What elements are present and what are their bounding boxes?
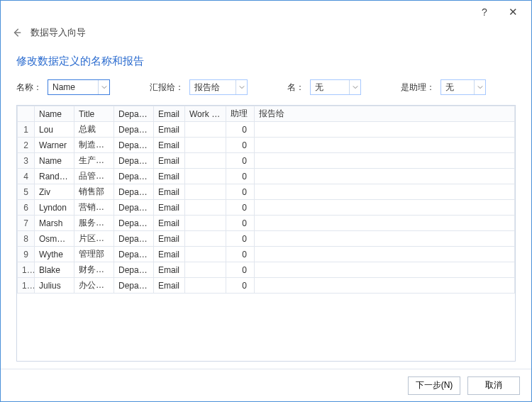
cell-email: Email xyxy=(154,278,185,294)
first-name-combo-value: 无 xyxy=(311,82,349,94)
table-row[interactable]: 5Ziv销售部Depart...Email0 xyxy=(18,184,515,200)
cell-assistant: 0 xyxy=(226,138,255,153)
cell-email: Email xyxy=(154,169,185,184)
data-grid: Name Title Departm Email Work Ph 助理 报告给 … xyxy=(17,106,515,294)
table-row[interactable]: 7Marsh服务部...Depart...Email0 xyxy=(18,216,515,231)
cell-report-to xyxy=(255,216,515,231)
cell-department: Depart... xyxy=(114,231,154,247)
name-combo[interactable]: Name xyxy=(48,79,110,95)
help-button[interactable]: ? xyxy=(470,2,499,22)
cell-work-phone xyxy=(185,184,226,200)
table-row[interactable]: 8Osmond片区部...Depart...Email0 xyxy=(18,231,515,247)
data-grid-container[interactable]: Name Title Departm Email Work Ph 助理 报告给 … xyxy=(16,105,516,362)
table-row[interactable]: 1Lou总裁Depart...Email0 xyxy=(18,122,515,138)
is-assistant-combo-value: 无 xyxy=(441,82,474,94)
table-row[interactable]: 4Randol...品管部...Depart...Email0 xyxy=(18,169,515,184)
cell-title: 营销部... xyxy=(74,200,114,216)
cell-assistant: 0 xyxy=(226,247,255,262)
col-assistant[interactable]: 助理 xyxy=(226,106,255,122)
chevron-down-icon xyxy=(474,80,485,94)
help-icon: ? xyxy=(482,6,487,18)
header-row: 数据导入向导 xyxy=(1,23,531,45)
cell-department: Depart... xyxy=(114,169,154,184)
cell-email: Email xyxy=(154,262,185,278)
cell-email: Email xyxy=(154,122,185,138)
report-to-label: 汇报给： xyxy=(150,82,184,94)
col-department[interactable]: Departm xyxy=(114,106,154,122)
close-icon: ✕ xyxy=(509,6,518,18)
first-name-label: 名： xyxy=(287,82,304,94)
row-number: 3 xyxy=(18,153,35,169)
back-button[interactable] xyxy=(11,26,23,39)
cell-department: Depart... xyxy=(114,200,154,216)
cell-email: Email xyxy=(154,231,185,247)
footer: 下一步(N) 取消 xyxy=(1,369,531,401)
cell-title: 生产部... xyxy=(74,153,114,169)
is-assistant-combo[interactable]: 无 xyxy=(440,79,486,95)
table-row[interactable]: 11Julius办公室...Depart...Email0 xyxy=(18,278,515,294)
row-number: 4 xyxy=(18,169,35,184)
cell-work-phone xyxy=(185,278,226,294)
report-to-combo-value: 报告给 xyxy=(190,82,235,94)
table-row[interactable]: 10Blake财务部...Depart...Email0 xyxy=(18,262,515,278)
cell-name: Randol... xyxy=(35,169,74,184)
cell-work-phone xyxy=(185,122,226,138)
row-number: 2 xyxy=(18,138,35,153)
cell-name: Lyndon xyxy=(35,200,74,216)
row-number: 9 xyxy=(18,247,35,262)
first-name-combo[interactable]: 无 xyxy=(310,79,361,95)
cell-email: Email xyxy=(154,153,185,169)
cell-title: 管理部 xyxy=(74,247,114,262)
cell-department: Depart... xyxy=(114,278,154,294)
cell-title: 片区部... xyxy=(74,231,114,247)
col-email[interactable]: Email xyxy=(154,106,185,122)
cell-assistant: 0 xyxy=(226,153,255,169)
cell-email: Email xyxy=(154,200,185,216)
row-number: 7 xyxy=(18,216,35,231)
cell-title: 财务部... xyxy=(74,262,114,278)
close-button[interactable]: ✕ xyxy=(499,2,527,22)
cell-assistant: 0 xyxy=(226,262,255,278)
row-number: 11 xyxy=(18,278,35,294)
cell-department: Depart... xyxy=(114,184,154,200)
report-to-combo[interactable]: 报告给 xyxy=(189,79,248,95)
row-number: 5 xyxy=(18,184,35,200)
col-work-phone[interactable]: Work Ph xyxy=(185,106,226,122)
cell-assistant: 0 xyxy=(226,231,255,247)
row-number: 10 xyxy=(18,262,35,278)
cancel-button[interactable]: 取消 xyxy=(467,376,520,395)
cell-work-phone xyxy=(185,200,226,216)
table-row[interactable]: 9Wythe管理部Depart...Email0 xyxy=(18,247,515,262)
cell-assistant: 0 xyxy=(226,200,255,216)
cell-assistant: 0 xyxy=(226,122,255,138)
cell-report-to xyxy=(255,262,515,278)
cell-department: Depart... xyxy=(114,262,154,278)
cell-name: Osmond xyxy=(35,231,74,247)
cell-title: 销售部 xyxy=(74,184,114,200)
is-assistant-label: 是助理： xyxy=(401,82,435,94)
col-report-to[interactable]: 报告给 xyxy=(255,106,515,122)
name-label: 名称： xyxy=(16,82,42,94)
cell-department: Depart... xyxy=(114,122,154,138)
col-name[interactable]: Name xyxy=(35,106,74,122)
next-button[interactable]: 下一步(N) xyxy=(408,376,460,395)
table-row[interactable]: 3Name生产部...Depart...Email0 xyxy=(18,153,515,169)
cell-name: Wythe xyxy=(35,247,74,262)
cell-name: Marsh xyxy=(35,216,74,231)
cell-name: Lou xyxy=(35,122,74,138)
col-rownum[interactable] xyxy=(18,106,35,122)
name-combo-value: Name xyxy=(48,82,98,92)
cell-report-to xyxy=(255,231,515,247)
cell-email: Email xyxy=(154,247,185,262)
cell-report-to xyxy=(255,184,515,200)
grid-header-row: Name Title Departm Email Work Ph 助理 报告给 xyxy=(18,106,515,122)
col-title[interactable]: Title xyxy=(74,106,114,122)
cell-email: Email xyxy=(154,216,185,231)
import-wizard-dialog: ? ✕ 数据导入向导 修改数据定义的名称和报告 名称： Name 汇报给： 报告… xyxy=(0,0,532,402)
cell-title: 制造部... xyxy=(74,138,114,153)
cell-assistant: 0 xyxy=(226,169,255,184)
table-row[interactable]: 6Lyndon营销部...Depart...Email0 xyxy=(18,200,515,216)
cell-assistant: 0 xyxy=(226,278,255,294)
table-row[interactable]: 2Warner制造部...Depart...Email0 xyxy=(18,138,515,153)
content-area: 修改数据定义的名称和报告 名称： Name 汇报给： 报告给 名： 无 是助理： xyxy=(1,45,531,369)
